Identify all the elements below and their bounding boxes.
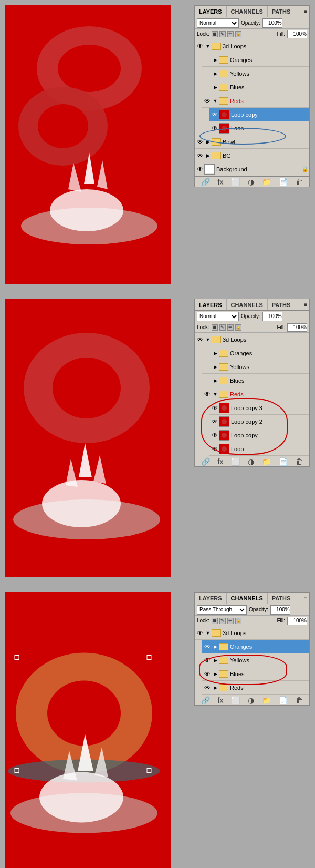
lock-transparent-icon[interactable]: ▦ — [212, 31, 218, 37]
link-layers-btn-2[interactable]: 🔗 — [201, 457, 210, 466]
new-group-btn-3[interactable]: 📁 — [262, 696, 271, 704]
eye-bowl-1[interactable]: 👁 — [196, 138, 204, 146]
layer-blues-1[interactable]: 👁 ▶ Blues — [202, 80, 309, 94]
layer-reds-2[interactable]: 👁 ▼ Reds — [202, 387, 309, 401]
expand-3d-loops-3[interactable]: ▼ — [204, 629, 212, 637]
add-adj-btn-2[interactable]: ◑ — [248, 457, 254, 466]
expand-yellows-1[interactable]: ▶ — [212, 70, 219, 77]
layer-3d-loops-2[interactable]: 👁 ▼ 3d Loops — [195, 333, 309, 346]
expand-yellows-2[interactable]: ▶ — [212, 363, 219, 371]
blend-mode-select-3[interactable]: Pass Through — [197, 605, 247, 615]
link-layers-btn-1[interactable]: 🔗 — [201, 178, 210, 186]
layer-yellows-1[interactable]: 👁 ▶ Yellows — [202, 67, 309, 80]
lock-all-icon-2[interactable]: 🔒 — [235, 324, 242, 331]
expand-oranges-2[interactable]: ▶ — [212, 350, 219, 357]
layer-background-1[interactable]: 👁 Background 🔒 — [195, 162, 309, 176]
eye-reds-1[interactable]: 👁 — [203, 97, 212, 105]
eye-3d-loops-2[interactable]: 👁 — [196, 335, 204, 344]
expand-reds-1[interactable]: ▼ — [212, 97, 219, 105]
add-style-btn-2[interactable]: fx — [218, 457, 224, 466]
new-layer-btn-1[interactable]: 📄 — [279, 178, 288, 186]
layer-loop-2[interactable]: 👁 Loop — [209, 442, 309, 456]
lock-all-icon-3[interactable]: 🔒 — [235, 618, 242, 624]
opacity-input-3[interactable] — [270, 605, 290, 615]
blend-mode-select-2[interactable]: Normal — [197, 312, 239, 321]
layer-yellows-2[interactable]: 👁 ▶ Yellows — [202, 360, 309, 374]
tab-paths-2[interactable]: PATHS — [268, 299, 296, 310]
lock-transparent-icon-2[interactable]: ▦ — [212, 324, 218, 331]
eye-loop-copy-1[interactable]: 👁 — [211, 110, 219, 119]
panel-menu-2[interactable]: ≡ — [302, 301, 309, 309]
layer-oranges-1[interactable]: 👁 ▶ Oranges — [202, 53, 309, 67]
expand-oranges-3[interactable]: ▶ — [212, 643, 219, 650]
delete-layer-btn-1[interactable]: 🗑 — [296, 178, 303, 186]
eye-background-1[interactable]: 👁 — [196, 165, 204, 173]
layer-blues-3[interactable]: 👁 ▶ Blues — [202, 667, 309, 681]
layer-loop-copy-1[interactable]: 👁 Loop copy — [209, 108, 309, 121]
new-group-btn-2[interactable]: 📁 — [262, 457, 271, 466]
eye-loop-copy-2[interactable]: 👁 — [211, 431, 219, 440]
layer-3d-loops-1[interactable]: 👁 ▼ 3d Loops — [195, 39, 309, 53]
lock-move-icon-2[interactable]: ✛ — [227, 324, 234, 331]
tab-paths-3[interactable]: PATHS — [268, 593, 296, 604]
new-layer-btn-3[interactable]: 📄 — [279, 696, 288, 704]
eye-blues-3[interactable]: 👁 — [203, 670, 212, 678]
new-layer-btn-2[interactable]: 📄 — [279, 457, 288, 466]
expand-reds-2[interactable]: ▼ — [212, 391, 219, 398]
eye-loop-1[interactable]: 👁 — [211, 124, 219, 132]
layer-oranges-2[interactable]: 👁 ▶ Oranges — [202, 346, 309, 360]
layer-oranges-3[interactable]: 👁 ▶ Oranges — [202, 640, 309, 653]
expand-3d-loops-1[interactable]: ▼ — [204, 43, 212, 50]
expand-blues-2[interactable]: ▶ — [212, 377, 219, 384]
layer-loop-copy-2[interactable]: 👁 Loop copy — [209, 428, 309, 442]
layer-bg-1[interactable]: 👁 ▶ BG — [195, 149, 309, 162]
eye-reds-2[interactable]: 👁 — [203, 390, 212, 399]
eye-3d-loops-1[interactable]: 👁 — [196, 42, 204, 50]
add-adj-btn-1[interactable]: ◑ — [248, 178, 254, 186]
layer-yellows-3[interactable]: 👁 ▶ Yellows — [202, 653, 309, 667]
layer-bowl-1[interactable]: 👁 ▶ Bowl — [195, 135, 309, 149]
expand-blues-3[interactable]: ▶ — [212, 670, 219, 678]
tab-channels-2[interactable]: CHANNELS — [227, 299, 268, 310]
add-mask-btn-1[interactable]: ⬜ — [231, 178, 240, 186]
expand-blues-1[interactable]: ▶ — [212, 84, 219, 91]
lock-move-icon-3[interactable]: ✛ — [227, 618, 234, 624]
tab-layers-3[interactable]: LAYERS — [195, 593, 227, 604]
delete-layer-btn-2[interactable]: 🗑 — [296, 457, 303, 466]
lock-all-icon[interactable]: 🔒 — [235, 31, 242, 37]
opacity-input-2[interactable] — [262, 312, 282, 321]
eye-3d-loops-3[interactable]: 👁 — [196, 629, 204, 637]
eye-yellows-3[interactable]: 👁 — [203, 656, 212, 665]
add-mask-btn-3[interactable]: ⬜ — [231, 696, 240, 704]
expand-bowl-1[interactable]: ▶ — [204, 138, 212, 146]
tab-channels-3[interactable]: CHANNELS — [227, 593, 268, 604]
tab-paths-1[interactable]: PATHS — [268, 6, 296, 17]
eye-reds-3[interactable]: 👁 — [203, 683, 212, 692]
layer-loop-1[interactable]: 👁 Loop — [209, 121, 309, 135]
lock-brush-icon-2[interactable]: ✎ — [219, 324, 226, 331]
delete-layer-btn-3[interactable]: 🗑 — [296, 696, 303, 704]
panel-menu-1[interactable]: ≡ — [302, 7, 309, 15]
fill-input-2[interactable] — [287, 323, 307, 332]
tab-channels-1[interactable]: CHANNELS — [227, 6, 268, 17]
blend-mode-select-1[interactable]: Normal — [197, 18, 239, 28]
add-style-btn-3[interactable]: fx — [218, 696, 224, 704]
tab-layers-1[interactable]: LAYERS — [195, 6, 227, 17]
add-mask-btn-2[interactable]: ⬜ — [231, 457, 240, 466]
lock-move-icon[interactable]: ✛ — [227, 31, 234, 37]
fill-input-3[interactable] — [287, 617, 307, 625]
fill-input-1[interactable] — [287, 30, 307, 38]
eye-oranges-3[interactable]: 👁 — [203, 642, 212, 651]
layer-reds-3[interactable]: 👁 ▶ Reds — [202, 681, 309, 695]
lock-transparent-icon-3[interactable]: ▦ — [212, 618, 218, 624]
lock-brush-icon[interactable]: ✎ — [219, 31, 226, 37]
layer-3d-loops-3[interactable]: 👁 ▼ 3d Loops — [195, 626, 309, 640]
link-layers-btn-3[interactable]: 🔗 — [201, 696, 210, 704]
eye-loop-copy-2-2[interactable]: 👁 — [211, 417, 219, 426]
add-style-btn-1[interactable]: fx — [218, 178, 224, 186]
add-adj-btn-3[interactable]: ◑ — [248, 696, 254, 704]
lock-brush-icon-3[interactable]: ✎ — [219, 618, 226, 624]
eye-loop-copy-3-2[interactable]: 👁 — [211, 404, 219, 412]
opacity-input-1[interactable] — [262, 18, 282, 28]
layer-loop-copy-3-2[interactable]: 👁 Loop copy 3 — [209, 401, 309, 415]
